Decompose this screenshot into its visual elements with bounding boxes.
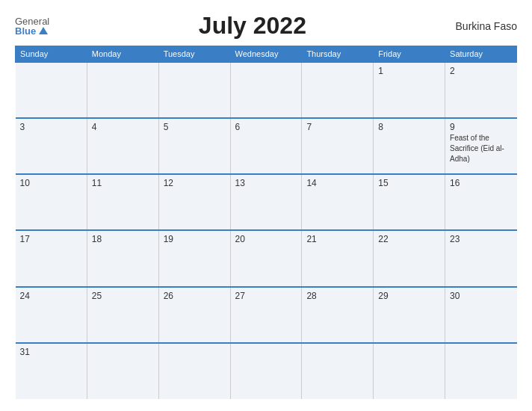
day-number: 7 — [306, 122, 368, 132]
calendar-week-row: 24252627282930 — [16, 287, 517, 343]
day-number: 3 — [20, 122, 82, 132]
calendar-cell — [87, 62, 158, 118]
calendar-cell: 8 — [374, 118, 445, 174]
logo: General Blue — [15, 16, 49, 36]
calendar-cell: 4 — [87, 118, 158, 174]
calendar-cell — [302, 62, 374, 118]
day-number: 2 — [450, 66, 512, 76]
day-number: 30 — [450, 291, 512, 301]
day-number: 16 — [450, 178, 512, 188]
calendar-title: July 2022 — [199, 12, 306, 40]
day-number: 15 — [378, 178, 440, 188]
day-number: 27 — [235, 291, 297, 301]
day-number: 31 — [20, 347, 82, 357]
col-tuesday: Tuesday — [158, 46, 230, 63]
day-number: 26 — [164, 291, 226, 301]
day-number: 14 — [306, 178, 368, 188]
logo-triangle-icon — [39, 27, 48, 34]
day-number: 5 — [164, 122, 226, 132]
calendar-cell: 22 — [374, 230, 445, 286]
calendar-cell: 11 — [87, 174, 158, 230]
calendar-cell — [230, 343, 302, 399]
day-number: 8 — [378, 122, 440, 132]
logo-blue-text: Blue — [15, 26, 49, 36]
calendar-cell: 24 — [16, 287, 87, 343]
day-number: 17 — [20, 234, 82, 244]
col-sunday: Sunday — [16, 46, 87, 63]
day-number: 11 — [92, 178, 154, 188]
calendar-cell: 29 — [374, 287, 445, 343]
calendar-cell: 19 — [158, 230, 230, 286]
calendar-cell: 30 — [445, 287, 517, 343]
calendar-cell: 13 — [230, 174, 302, 230]
day-number: 13 — [235, 178, 297, 188]
calendar-cell: 9Feast of the Sacrifice (Eid al-Adha) — [445, 118, 517, 174]
country-name: Burkina Faso — [456, 20, 517, 32]
calendar-cell — [374, 343, 445, 399]
calendar-cell: 31 — [16, 343, 87, 399]
day-number: 28 — [306, 291, 368, 301]
calendar-week-row: 10111213141516 — [16, 174, 517, 230]
calendar-cell: 26 — [158, 287, 230, 343]
calendar-cell: 15 — [374, 174, 445, 230]
day-number: 4 — [92, 122, 154, 132]
calendar-cell: 20 — [230, 230, 302, 286]
calendar-table: Sunday Monday Tuesday Wednesday Thursday… — [15, 46, 517, 399]
day-number: 23 — [450, 234, 512, 244]
calendar-cell: 17 — [16, 230, 87, 286]
calendar-cell: 1 — [374, 62, 445, 118]
calendar-cell — [87, 343, 158, 399]
calendar-week-row: 3456789Feast of the Sacrifice (Eid al-Ad… — [16, 118, 517, 174]
calendar-cell: 23 — [445, 230, 517, 286]
calendar-cell: 10 — [16, 174, 87, 230]
calendar-cell — [445, 343, 517, 399]
event-text: Feast of the Sacrifice (Eid al-Adha) — [450, 134, 504, 163]
calendar-cell: 14 — [302, 174, 374, 230]
calendar-cell — [230, 62, 302, 118]
calendar-cell — [302, 343, 374, 399]
day-number: 19 — [164, 234, 226, 244]
day-number: 22 — [378, 234, 440, 244]
calendar-cell: 2 — [445, 62, 517, 118]
col-wednesday: Wednesday — [230, 46, 302, 63]
logo-general-text: General — [15, 16, 49, 26]
col-friday: Friday — [374, 46, 445, 63]
day-number: 20 — [235, 234, 297, 244]
calendar-cell: 21 — [302, 230, 374, 286]
calendar-cell — [16, 62, 87, 118]
calendar-week-row: 31 — [16, 343, 517, 399]
calendar-cell — [158, 62, 230, 118]
col-monday: Monday — [87, 46, 158, 63]
calendar-cell — [158, 343, 230, 399]
day-number: 29 — [378, 291, 440, 301]
calendar-week-row: 17181920212223 — [16, 230, 517, 286]
day-number: 1 — [378, 66, 440, 76]
day-number: 10 — [20, 178, 82, 188]
col-saturday: Saturday — [445, 46, 517, 63]
calendar-header: General Blue July 2022 Burkina Faso — [15, 12, 517, 40]
calendar-cell: 5 — [158, 118, 230, 174]
calendar-week-row: 12 — [16, 62, 517, 118]
calendar-cell: 12 — [158, 174, 230, 230]
day-number: 9 — [450, 122, 512, 132]
day-number: 21 — [306, 234, 368, 244]
calendar-cell: 3 — [16, 118, 87, 174]
calendar-page: General Blue July 2022 Burkina Faso Sund… — [0, 0, 532, 411]
calendar-cell: 27 — [230, 287, 302, 343]
calendar-cell: 18 — [87, 230, 158, 286]
day-number: 18 — [92, 234, 154, 244]
day-number: 25 — [92, 291, 154, 301]
calendar-cell: 28 — [302, 287, 374, 343]
day-number: 24 — [20, 291, 82, 301]
col-thursday: Thursday — [302, 46, 374, 63]
calendar-header-row: Sunday Monday Tuesday Wednesday Thursday… — [16, 46, 517, 63]
day-number: 12 — [164, 178, 226, 188]
calendar-cell: 6 — [230, 118, 302, 174]
calendar-cell: 16 — [445, 174, 517, 230]
calendar-cell: 25 — [87, 287, 158, 343]
day-number: 6 — [235, 122, 297, 132]
calendar-cell: 7 — [302, 118, 374, 174]
